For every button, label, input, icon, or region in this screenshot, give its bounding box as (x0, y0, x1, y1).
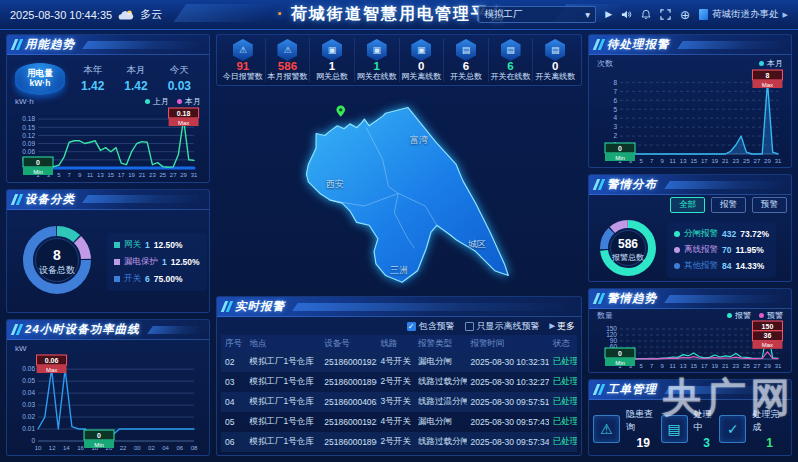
play-icon[interactable]: ▶ (605, 10, 612, 19)
chevron-right-icon: ▶ (550, 322, 555, 330)
svg-text:Min: Min (615, 155, 625, 161)
svg-text:13: 13 (97, 172, 104, 178)
chevron-right-icon: ▶ (783, 11, 788, 19)
map-region-label: 三洲 (390, 264, 408, 277)
table-header: 序号地点设备号线路报警类型报警时间状态 (221, 335, 577, 352)
table-body: 02模拟工厂1号仓库251860001922 4号开关漏电分闸2025-08-3… (221, 352, 577, 452)
checkbox-unchecked-icon[interactable] (465, 322, 474, 331)
workorder-item[interactable]: ⚠ 隐患查询 19 (593, 408, 661, 450)
svg-text:19: 19 (128, 172, 135, 178)
svg-text:0.06: 0.06 (22, 148, 35, 155)
svg-text:5: 5 (639, 158, 643, 164)
stat-item: ▤ 6 开关总数 (444, 38, 489, 82)
y-axis-label: kW (15, 344, 27, 353)
svg-text:27: 27 (754, 363, 761, 369)
panel-title: 设备分类 (25, 192, 75, 207)
energy-summary-item: 今天 0.03 (168, 64, 191, 93)
weather-icon (118, 9, 134, 21)
panel-header-decoration (664, 386, 788, 394)
svg-text:5: 5 (57, 172, 61, 178)
location-pin-icon (336, 106, 345, 117)
district-map[interactable]: 富湾西安城区三洲 (216, 92, 582, 290)
legend-item: 本月 (759, 58, 783, 69)
speaker-icon[interactable] (621, 9, 632, 20)
table-row[interactable]: 05模拟工厂1号仓库251860001922 4号开关漏电分闸2025-08-3… (221, 412, 577, 432)
svg-text:0.06: 0.06 (45, 357, 59, 364)
filter-button[interactable]: 报警 (711, 197, 746, 213)
table-row[interactable]: 02模拟工厂1号仓库251860001922 4号开关漏电分闸2025-08-3… (221, 352, 577, 372)
org-menu[interactable]: 荷城街道办事处 ▶ (699, 8, 788, 21)
map-region-label: 西安 (326, 178, 344, 191)
filter-include-warnings[interactable]: ✓包含预警 (407, 320, 455, 333)
panel-header-slash-icon (223, 301, 230, 312)
fullscreen-icon[interactable] (660, 9, 671, 20)
stat-item: ▣ 0 网关离线数 (400, 38, 445, 82)
svg-text:9: 9 (78, 172, 82, 178)
energy-unit-badge: 用电量 kW·h (15, 63, 65, 95)
filter-offline-only[interactable]: 只显示离线预警 (465, 320, 540, 333)
status-badge: 已处理 (549, 356, 577, 368)
legend-item: 上月 (145, 96, 169, 107)
panel-pending-alarms: 待处理报警 次数 本月 0123456781357911131517192123… (588, 34, 792, 168)
svg-text:10: 10 (35, 445, 42, 451)
svg-text:120: 120 (606, 332, 617, 339)
svg-text:0: 0 (97, 432, 101, 439)
panel-header-slash-icon (13, 194, 20, 205)
svg-text:Max: Max (178, 120, 189, 126)
bell-icon[interactable] (641, 9, 651, 20)
svg-text:8: 8 (766, 72, 770, 79)
table-row[interactable]: 03模拟工厂1号仓库251860001896 2号开关线路过载分闸2025-08… (221, 372, 577, 392)
svg-text:Max: Max (762, 82, 773, 88)
org-doc-icon (699, 9, 708, 20)
site-selector-dropdown[interactable]: 模拟工厂 ▾ (478, 6, 596, 23)
svg-text:17: 17 (701, 363, 708, 369)
svg-text:8: 8 (613, 79, 617, 86)
svg-text:11: 11 (670, 363, 677, 369)
status-badge: 已处理 (549, 436, 577, 448)
panel-header-decoration (292, 303, 578, 311)
svg-text:2: 2 (613, 132, 617, 139)
legend-item: 其他报警 84 14.33% (674, 260, 769, 272)
distribution-legend: 分闸报警 432 73.72% 离线报警 70 11.95% 其他报警 84 (667, 222, 776, 278)
workorder-item[interactable]: ✓ 处理完成 1 (719, 408, 787, 450)
svg-text:0.03: 0.03 (22, 402, 35, 409)
alarm-bell-icon: ⚠ (233, 39, 253, 61)
checkbox-checked-icon[interactable]: ✓ (407, 322, 416, 331)
filter-button[interactable]: 全部 (670, 197, 705, 213)
svg-text:27: 27 (754, 158, 761, 164)
legend-item: 分闸报警 432 73.72% (674, 228, 769, 240)
table-row[interactable]: 04模拟工厂1号仓库251860004062 3号开关线路过温分闸2025-08… (221, 392, 577, 412)
table-row[interactable]: 06模拟工厂1号仓库251860001896 2号开关线路过载分闸2025-08… (221, 432, 577, 452)
svg-text:0: 0 (618, 350, 622, 357)
svg-text:23: 23 (733, 158, 740, 164)
energy-summary: 本年 1.42 本月 1.42 今天 0.03 (71, 64, 201, 93)
svg-text:Max: Max (46, 367, 57, 373)
svg-text:0.09: 0.09 (22, 140, 35, 147)
workorder-item[interactable]: ▤ 处理中 3 (661, 408, 720, 450)
globe-icon[interactable]: ⊕ (680, 9, 690, 21)
workorder-value: 1 (766, 436, 773, 450)
panel-realtime-alarms: 实时报警 ✓包含预警 只显示离线预警 ▶更多 序号地点设备号线路报警类型报警时间… (216, 296, 582, 456)
svg-text:31: 31 (191, 172, 198, 178)
svg-text:21: 21 (722, 363, 729, 369)
svg-text:7: 7 (650, 158, 654, 164)
power-line-chart: 00.010.020.030.040.050.06101214161820220… (13, 354, 201, 452)
svg-text:15: 15 (690, 158, 697, 164)
filter-button[interactable]: 预警 (752, 197, 787, 213)
column-header: 状态 (549, 338, 577, 350)
svg-text:0: 0 (31, 438, 35, 445)
stat-item: ▤ 0 开关离线数 (533, 38, 577, 82)
svg-text:23: 23 (733, 363, 740, 369)
svg-text:150: 150 (762, 323, 774, 330)
svg-text:150: 150 (606, 326, 617, 333)
stat-item: ⚠ 586 本月报警数 (266, 38, 311, 82)
pending-area-chart: 0123456781357911131517192123252729318Max… (595, 69, 785, 165)
more-link[interactable]: ▶更多 (550, 320, 575, 333)
chart-legend: 本月 (759, 58, 783, 69)
y-axis-label: 数量 (597, 310, 613, 321)
svg-text:31: 31 (775, 158, 782, 164)
panel-title: 待处理报警 (607, 37, 670, 52)
svg-text:15: 15 (690, 363, 697, 369)
svg-text:5: 5 (639, 363, 643, 369)
svg-text:Min: Min (615, 360, 625, 366)
